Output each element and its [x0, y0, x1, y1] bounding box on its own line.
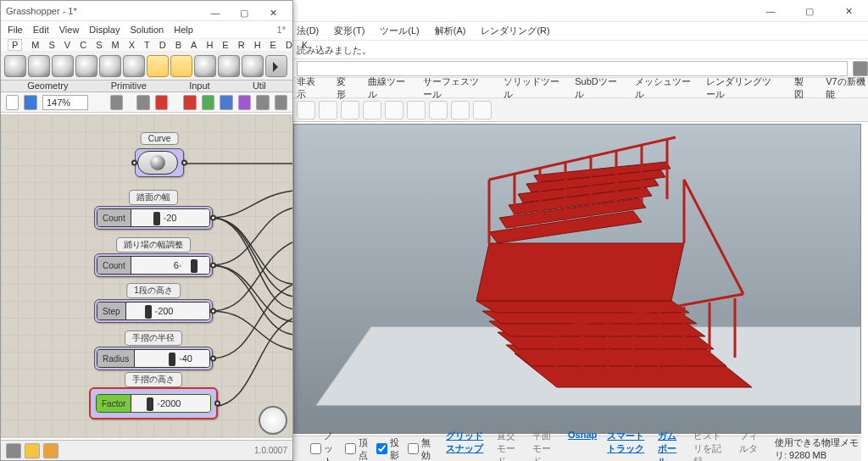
number-slider[interactable]: Step ◦ 200	[97, 302, 210, 320]
shade-icon[interactable]	[183, 95, 196, 110]
new-doc-icon[interactable]	[6, 95, 19, 110]
cat-tab[interactable]: E	[270, 40, 276, 50]
gh-min-button[interactable]: —	[201, 2, 230, 20]
slider-node-step[interactable]: 1段の高さ Step ◦ 200	[94, 299, 213, 323]
cat-tab[interactable]: X	[129, 40, 135, 50]
rhino-menu-item[interactable]: ツール(L)	[380, 25, 419, 37]
gh-menu-item[interactable]: View	[59, 25, 80, 35]
rhino-command-input[interactable]	[297, 61, 848, 76]
toolbar-tab[interactable]: 曲線ツール	[368, 75, 409, 101]
status-link[interactable]: Osnap	[568, 430, 597, 461]
toolbar-tab[interactable]: 非表示	[297, 75, 321, 101]
number-slider[interactable]: Radius ◦ 40	[97, 349, 210, 368]
settings-icon[interactable]	[275, 95, 287, 110]
rhino-menu-item[interactable]: レンダリング(R)	[481, 25, 549, 37]
gh-max-button[interactable]: ▢	[230, 2, 259, 20]
cat-tab[interactable]: E	[222, 40, 228, 50]
tool-icon[interactable]	[341, 101, 359, 119]
toolbar-tab[interactable]: 変形	[337, 75, 353, 101]
node-output-grip[interactable]	[210, 308, 216, 314]
status-check-vertex[interactable]: 頂点	[345, 436, 368, 462]
toolbar-tab[interactable]: 製図	[794, 75, 810, 101]
status-link[interactable]: フィルタ	[739, 430, 760, 461]
status-check-disable[interactable]: 無効	[408, 436, 431, 462]
component-icon[interactable]	[75, 55, 97, 77]
cat-tab[interactable]: D	[286, 40, 292, 50]
gh-menu-item[interactable]: Solution	[130, 25, 164, 35]
curve-param-node[interactable]: Curve	[135, 148, 184, 177]
slider-node-count1[interactable]: 踏面の幅 Count ◦ 20	[94, 206, 213, 230]
toolbar-tab[interactable]: レンダリングツール	[706, 75, 779, 101]
gh-canvas[interactable]: Curve 踏面の幅 Count ◦ 20 踊り場の幅調整 Count 6 ◦ …	[1, 114, 292, 438]
status-link[interactable]: 直交モード	[497, 430, 522, 461]
shade-icon[interactable]	[256, 95, 269, 110]
gh-titlebar[interactable]: Grasshopper - 1* — ▢ ✕	[1, 1, 292, 21]
tool-icon[interactable]	[407, 101, 426, 119]
rhino-viewport[interactable]	[293, 124, 861, 434]
tool-icon[interactable]	[429, 101, 448, 119]
shade-icon[interactable]	[220, 95, 232, 110]
markov-icon[interactable]	[6, 443, 21, 458]
toolbar-tab[interactable]: V7の新機能	[826, 75, 868, 101]
cluster-icon[interactable]	[43, 443, 58, 458]
slider-node-radius[interactable]: 手摺の半径 Radius ◦ 40	[94, 347, 213, 370]
rhino-max-button[interactable]: ▢	[790, 0, 829, 22]
tool-icon[interactable]	[319, 101, 337, 119]
tool-icon[interactable]	[297, 101, 315, 119]
component-icon[interactable]	[194, 55, 216, 77]
cat-tab[interactable]: R	[238, 40, 245, 50]
gh-close-button[interactable]: ✕	[259, 2, 287, 20]
node-input-grip[interactable]	[131, 160, 137, 166]
rhino-close-button[interactable]: ✕	[829, 0, 868, 22]
node-output-grip[interactable]	[210, 356, 216, 362]
status-link[interactable]: ガムボール	[658, 430, 683, 461]
gh-menu-item[interactable]: Edit	[33, 25, 49, 35]
status-link[interactable]: グリッドスナップ	[446, 430, 487, 461]
save-icon[interactable]	[24, 95, 36, 110]
cat-tab[interactable]: A	[191, 40, 197, 50]
number-slider[interactable]: Count 6 ◦	[97, 256, 210, 275]
shade-icon[interactable]	[238, 95, 251, 110]
number-slider[interactable]: Factor ◦ 2000	[96, 394, 211, 413]
cat-tab[interactable]: D	[159, 40, 166, 50]
status-check-knot[interactable]: ノット	[310, 430, 337, 461]
cat-tab[interactable]: H	[254, 40, 261, 50]
gh-menu-item[interactable]: File	[8, 25, 23, 35]
status-link[interactable]: スマートトラック	[607, 430, 648, 461]
node-output-grip[interactable]	[210, 215, 216, 221]
layer-icon[interactable]	[25, 443, 40, 458]
tool-icon[interactable]	[363, 101, 381, 119]
options-icon[interactable]	[853, 61, 868, 76]
rhino-menu-item[interactable]: 解析(A)	[435, 25, 466, 37]
node-output-grip[interactable]	[210, 263, 216, 269]
toolbar-tab[interactable]: メッシュツール	[635, 75, 692, 101]
component-icon[interactable]	[28, 55, 50, 77]
shade-icon[interactable]	[202, 95, 214, 110]
nav-icon[interactable]	[110, 95, 123, 110]
status-link[interactable]: 平面モード	[532, 430, 558, 461]
node-output-grip[interactable]	[214, 401, 220, 407]
tool-icon[interactable]	[385, 101, 403, 119]
gh-menu-item[interactable]: Help	[174, 25, 193, 35]
component-icon[interactable]	[4, 55, 26, 77]
cat-tab[interactable]: S	[49, 40, 55, 50]
toolbar-tab[interactable]: ソリッドツール	[504, 75, 560, 101]
cat-tab[interactable]: M	[31, 40, 39, 50]
cat-tab[interactable]: P	[8, 39, 22, 51]
status-check-project[interactable]: 投影	[376, 436, 399, 462]
component-icon[interactable]	[123, 55, 145, 77]
preview-icon[interactable]	[136, 95, 149, 110]
component-icon[interactable]	[218, 55, 240, 77]
toolbar-tab[interactable]: サーフェスツール	[423, 75, 487, 101]
slider-node-factor-selected[interactable]: 手摺の高さ Factor ◦ 2000	[89, 387, 218, 419]
cat-tab[interactable]: H	[206, 40, 213, 50]
cat-tab[interactable]: B	[175, 40, 181, 50]
cat-tab[interactable]: S	[96, 40, 102, 50]
zoom-input[interactable]	[42, 95, 88, 110]
rhino-min-button[interactable]: —	[751, 0, 790, 22]
cat-tab[interactable]: C	[80, 40, 86, 50]
gh-menu-item[interactable]: Display	[89, 25, 120, 35]
node-output-grip[interactable]	[181, 160, 187, 166]
component-icon[interactable]	[170, 55, 192, 77]
toolbar-tab[interactable]: SubDツール	[575, 75, 619, 101]
